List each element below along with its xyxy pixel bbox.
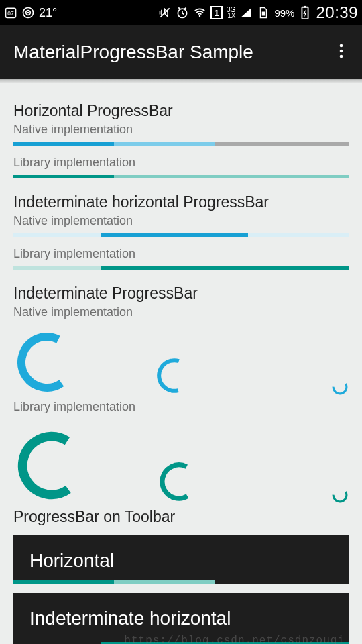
spinner-medium-icon (154, 356, 194, 396)
status-bar: 07 21° 1 3G1X 99% 20:39 (0, 0, 362, 25)
label-library-impl: Library implementation (13, 156, 349, 170)
page-title: MaterialProgressBar Sample (13, 42, 253, 63)
label-native-impl: Native implementation (13, 305, 349, 319)
spinner-row-library (13, 419, 349, 505)
svg-point-16 (331, 378, 349, 396)
progress-indet-horiz-native (13, 233, 349, 237)
section-title-toolbar: ProgressBar on Toolbar (13, 508, 349, 526)
more-vert-icon (339, 43, 343, 59)
spinner-large-icon (13, 427, 90, 504)
toolbar-card-horizontal[interactable]: Horizontal (13, 535, 349, 584)
svg-point-4 (27, 12, 29, 14)
label-native-impl: Native implementation (13, 214, 349, 228)
spinner-medium-icon (157, 460, 201, 504)
toolbar-card-label: Indeterminate horizontal (29, 608, 333, 629)
signal-icon (239, 6, 253, 19)
section-title-indet-horiz: Indeterminate horizontal ProgressBar (13, 193, 349, 211)
sim-card-icon (257, 6, 270, 19)
toolbar-progress-horizontal (13, 580, 349, 584)
vibrate-mute-icon (158, 6, 172, 19)
toolbar-card-label: Horizontal (29, 550, 333, 572)
wifi-icon (193, 6, 206, 19)
svg-point-14 (13, 329, 80, 396)
progress-horizontal-library (13, 175, 349, 178)
svg-point-15 (156, 357, 193, 394)
svg-point-18 (157, 460, 201, 504)
svg-point-17 (13, 427, 90, 504)
svg-rect-8 (262, 12, 265, 16)
spinner-large-icon (13, 329, 80, 396)
section-title-horizontal: Horizontal ProgressBar (13, 102, 349, 120)
svg-point-7 (199, 15, 201, 17)
content-scroll[interactable]: Horizontal ProgressBar Native implementa… (0, 83, 362, 644)
temperature-text: 21° (39, 6, 57, 20)
svg-point-12 (340, 50, 343, 53)
battery-charging-icon (298, 6, 312, 19)
svg-point-19 (331, 486, 349, 504)
spinner-row-native (13, 325, 349, 397)
label-library-impl: Library implementation (13, 400, 349, 414)
clock-text: 20:39 (316, 3, 358, 22)
label-library-impl: Library implementation (13, 247, 349, 261)
network-type-label: 3G1X (227, 7, 235, 19)
svg-point-13 (340, 55, 343, 58)
calendar-icon: 07 (4, 6, 17, 19)
section-title-indet-circ: Indeterminate ProgressBar (13, 284, 349, 303)
svg-text:07: 07 (7, 10, 14, 17)
spinner-small-icon (331, 378, 349, 396)
toolbar-card-indet-horizontal[interactable]: Indeterminate horizontal https://blog.cs… (13, 593, 349, 644)
battery-percent: 99% (274, 7, 294, 19)
progress-horizontal-native (13, 142, 349, 146)
podcast-icon (21, 6, 35, 19)
progress-indet-horiz-library (13, 266, 349, 270)
spinner-small-icon (331, 486, 349, 504)
app-bar: MaterialProgressBar Sample (0, 25, 362, 79)
overflow-menu-button[interactable] (334, 38, 349, 67)
sim-slot-badge: 1 (210, 6, 223, 19)
svg-rect-10 (304, 6, 307, 8)
label-native-impl: Native implementation (13, 123, 349, 137)
svg-point-11 (340, 44, 343, 48)
alarm-icon (176, 6, 189, 19)
